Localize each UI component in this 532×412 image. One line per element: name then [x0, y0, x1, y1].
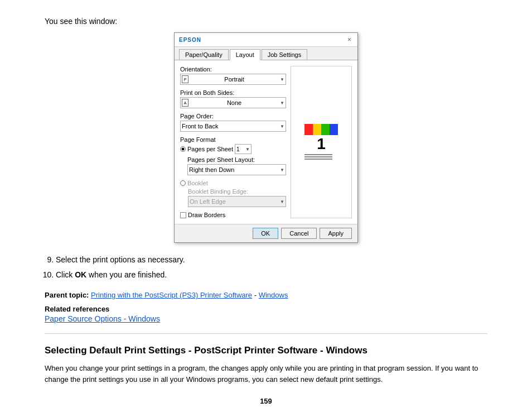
booklet-binding-value: On Left Edge — [190, 198, 226, 205]
dialog-tabs: Paper/Quality Layout Job Settings — [175, 47, 357, 60]
pages-per-sheet-layout-select[interactable]: Right then Down ▼ — [187, 164, 286, 175]
step-9-text: Select the print options as necessary. — [56, 255, 185, 264]
page-order-group: Page Order: Front to Back ▼ — [180, 113, 286, 132]
page-order-value: Front to Back — [182, 123, 218, 130]
dialog-screenshot: EPSON × Paper/Quality Layout Job Setting… — [174, 32, 358, 243]
preview-colors — [304, 124, 338, 135]
preview-number: 1 — [304, 136, 338, 152]
preview-line-1 — [304, 154, 332, 155]
preview-line-3 — [304, 159, 332, 160]
pps-arrow: ▼ — [245, 147, 250, 152]
ppslo-arrow: ▼ — [280, 167, 284, 173]
section-heading: Selecting Default Print Settings - PostS… — [45, 344, 487, 357]
booklet-binding-label: Booklet Binding Edge: — [188, 188, 286, 195]
dialog-preview-panel: 1 — [291, 66, 352, 218]
preview-content: 1 — [304, 124, 338, 161]
booklet-sub-options: Booklet Binding Edge: On Left Edge ▼ — [188, 188, 286, 207]
steps-list: Select the print options as necessary. C… — [45, 254, 487, 281]
parent-topic-line: Parent topic: Printing with the PostScri… — [45, 290, 487, 301]
portrait-icon: P — [182, 75, 188, 83]
draw-borders-row[interactable]: Draw Borders — [180, 212, 286, 218]
both-sides-icon: A — [182, 99, 188, 107]
page-number: 159 — [45, 397, 487, 405]
print-both-sides-group: Print on Both Sides: A None ▼ — [180, 89, 286, 108]
print-both-sides-label: Print on Both Sides: — [180, 89, 286, 96]
ok-button[interactable]: OK — [253, 228, 278, 239]
tab-layout[interactable]: Layout — [230, 49, 260, 60]
print-both-sides-select[interactable]: A None ▼ — [180, 97, 286, 108]
draw-borders-label: Draw Borders — [188, 212, 225, 218]
color-red — [304, 124, 313, 135]
page-container: You see this window: EPSON × Paper/Quali… — [0, 0, 532, 412]
pages-per-sheet-select[interactable]: 1 ▼ — [235, 144, 252, 154]
orientation-label: Orientation: — [180, 66, 286, 73]
pages-per-sheet-layout-group: Pages per Sheet Layout: Right then Down … — [187, 156, 286, 175]
dialog-left-panel: Orientation: P Portrait ▼ Print on Both … — [180, 66, 286, 218]
related-refs-label: Related references — [45, 305, 487, 313]
booklet-label: Booklet — [187, 180, 208, 186]
step-9: Select the print options as necessary. — [56, 254, 487, 266]
preview-lines — [304, 154, 338, 160]
preview-line-2 — [304, 156, 332, 157]
section-body: When you change your print settings in a… — [45, 363, 487, 386]
dialog-footer: OK Cancel Apply — [175, 224, 357, 242]
step-10-text-after: when you are finished. — [86, 270, 167, 279]
pages-per-sheet-option[interactable]: Pages per Sheet 1 ▼ — [180, 144, 286, 154]
dialog-body: Orientation: P Portrait ▼ Print on Both … — [175, 60, 357, 224]
color-green — [321, 124, 330, 135]
both-sides-arrow: ▼ — [280, 100, 284, 106]
pages-per-sheet-value: 1 — [236, 146, 240, 152]
pages-per-sheet-label: Pages per Sheet — [187, 146, 233, 152]
pages-per-sheet-layout-label: Pages per Sheet Layout: — [187, 156, 286, 163]
page-format-label: Page Format — [180, 136, 286, 143]
dialog-title-left: EPSON — [179, 37, 201, 43]
parent-topic-label: Parent topic: — [45, 291, 89, 299]
parent-topic-link[interactable]: Printing with the PostScript (PS3) Print… — [91, 291, 252, 299]
color-blue — [330, 124, 338, 135]
draw-borders-checkbox[interactable] — [180, 212, 186, 218]
close-button[interactable]: × — [346, 36, 353, 44]
cancel-button[interactable]: Cancel — [281, 228, 317, 239]
section-separator — [45, 333, 487, 334]
orientation-arrow: ▼ — [280, 77, 284, 82]
orientation-value: Portrait — [224, 76, 244, 83]
color-yellow — [313, 124, 321, 135]
page-format-group: Page Format Pages per Sheet 1 ▼ Pages pe… — [180, 136, 286, 207]
related-references: Related references Paper Source Options … — [45, 305, 487, 323]
page-order-label: Page Order: — [180, 113, 286, 119]
step-10: Click OK when you are finished. — [56, 269, 487, 281]
orientation-group: Orientation: P Portrait ▼ — [180, 66, 286, 85]
booklet-binding-select: On Left Edge ▼ — [188, 196, 286, 207]
step-10-bold: OK — [75, 270, 86, 279]
parent-topic-link2[interactable]: Windows — [259, 291, 288, 299]
pages-per-sheet-radio[interactable] — [180, 146, 186, 152]
intro-text: You see this window: — [45, 17, 487, 26]
pages-per-sheet-layout-value: Right then Down — [189, 166, 234, 173]
page-order-select[interactable]: Front to Back ▼ — [180, 121, 286, 132]
orientation-select[interactable]: P Portrait ▼ — [180, 74, 286, 85]
booklet-option[interactable]: Booklet — [180, 180, 286, 186]
related-refs-link[interactable]: Paper Source Options - Windows — [45, 314, 160, 323]
apply-button[interactable]: Apply — [320, 228, 352, 239]
dialog-titlebar: EPSON × — [175, 33, 357, 47]
step-10-text-before: Click — [56, 270, 75, 279]
booklet-radio[interactable] — [180, 180, 186, 186]
print-both-sides-value: None — [227, 99, 241, 106]
epson-logo: EPSON — [179, 37, 201, 43]
tab-paper-quality[interactable]: Paper/Quality — [179, 49, 229, 60]
page-order-arrow: ▼ — [280, 124, 284, 129]
booklet-arrow: ▼ — [280, 199, 284, 204]
tab-job-settings[interactable]: Job Settings — [262, 49, 308, 60]
